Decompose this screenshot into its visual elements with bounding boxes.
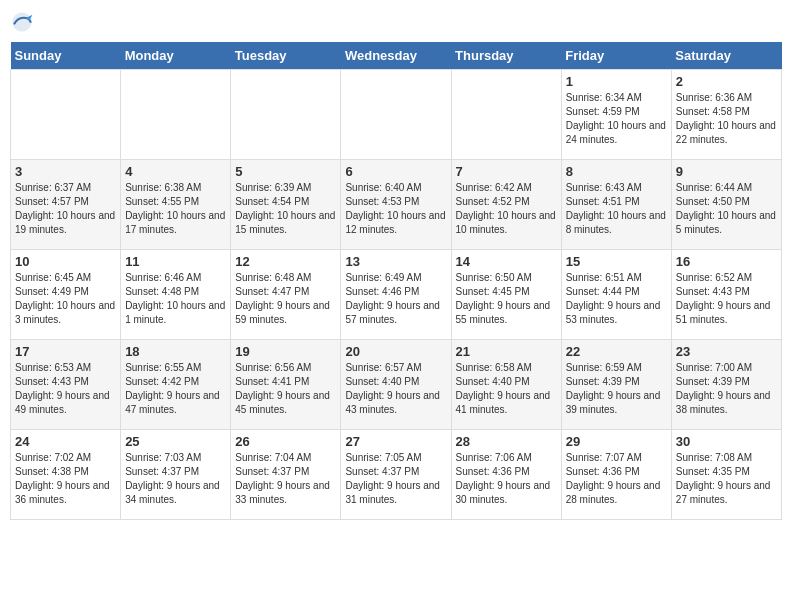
day-number: 2 [676, 74, 777, 89]
day-cell [451, 70, 561, 160]
day-header-saturday: Saturday [671, 42, 781, 70]
day-cell: 8Sunrise: 6:43 AM Sunset: 4:51 PM Daylig… [561, 160, 671, 250]
day-number: 21 [456, 344, 557, 359]
day-info: Sunrise: 6:50 AM Sunset: 4:45 PM Dayligh… [456, 271, 557, 327]
day-info: Sunrise: 6:52 AM Sunset: 4:43 PM Dayligh… [676, 271, 777, 327]
day-number: 26 [235, 434, 336, 449]
day-info: Sunrise: 6:34 AM Sunset: 4:59 PM Dayligh… [566, 91, 667, 147]
day-info: Sunrise: 6:56 AM Sunset: 4:41 PM Dayligh… [235, 361, 336, 417]
day-number: 7 [456, 164, 557, 179]
day-cell: 27Sunrise: 7:05 AM Sunset: 4:37 PM Dayli… [341, 430, 451, 520]
day-info: Sunrise: 7:08 AM Sunset: 4:35 PM Dayligh… [676, 451, 777, 507]
day-number: 4 [125, 164, 226, 179]
day-info: Sunrise: 6:45 AM Sunset: 4:49 PM Dayligh… [15, 271, 116, 327]
day-cell [121, 70, 231, 160]
week-row: 24Sunrise: 7:02 AM Sunset: 4:38 PM Dayli… [11, 430, 782, 520]
day-cell: 30Sunrise: 7:08 AM Sunset: 4:35 PM Dayli… [671, 430, 781, 520]
day-cell: 19Sunrise: 6:56 AM Sunset: 4:41 PM Dayli… [231, 340, 341, 430]
day-number: 14 [456, 254, 557, 269]
day-number: 28 [456, 434, 557, 449]
day-cell: 7Sunrise: 6:42 AM Sunset: 4:52 PM Daylig… [451, 160, 561, 250]
day-cell [231, 70, 341, 160]
day-cell: 21Sunrise: 6:58 AM Sunset: 4:40 PM Dayli… [451, 340, 561, 430]
day-info: Sunrise: 7:07 AM Sunset: 4:36 PM Dayligh… [566, 451, 667, 507]
day-cell: 29Sunrise: 7:07 AM Sunset: 4:36 PM Dayli… [561, 430, 671, 520]
day-number: 25 [125, 434, 226, 449]
day-number: 24 [15, 434, 116, 449]
day-number: 29 [566, 434, 667, 449]
day-cell: 16Sunrise: 6:52 AM Sunset: 4:43 PM Dayli… [671, 250, 781, 340]
header [10, 10, 782, 34]
day-number: 12 [235, 254, 336, 269]
day-number: 23 [676, 344, 777, 359]
day-info: Sunrise: 6:51 AM Sunset: 4:44 PM Dayligh… [566, 271, 667, 327]
logo [10, 10, 38, 34]
day-cell: 20Sunrise: 6:57 AM Sunset: 4:40 PM Dayli… [341, 340, 451, 430]
day-number: 20 [345, 344, 446, 359]
day-info: Sunrise: 6:53 AM Sunset: 4:43 PM Dayligh… [15, 361, 116, 417]
day-number: 1 [566, 74, 667, 89]
day-number: 3 [15, 164, 116, 179]
day-cell: 2Sunrise: 6:36 AM Sunset: 4:58 PM Daylig… [671, 70, 781, 160]
day-number: 13 [345, 254, 446, 269]
week-row: 1Sunrise: 6:34 AM Sunset: 4:59 PM Daylig… [11, 70, 782, 160]
day-number: 27 [345, 434, 446, 449]
day-cell: 23Sunrise: 7:00 AM Sunset: 4:39 PM Dayli… [671, 340, 781, 430]
day-number: 16 [676, 254, 777, 269]
day-info: Sunrise: 6:46 AM Sunset: 4:48 PM Dayligh… [125, 271, 226, 327]
day-info: Sunrise: 6:43 AM Sunset: 4:51 PM Dayligh… [566, 181, 667, 237]
day-info: Sunrise: 6:39 AM Sunset: 4:54 PM Dayligh… [235, 181, 336, 237]
day-info: Sunrise: 6:57 AM Sunset: 4:40 PM Dayligh… [345, 361, 446, 417]
week-row: 10Sunrise: 6:45 AM Sunset: 4:49 PM Dayli… [11, 250, 782, 340]
day-info: Sunrise: 7:04 AM Sunset: 4:37 PM Dayligh… [235, 451, 336, 507]
day-info: Sunrise: 7:02 AM Sunset: 4:38 PM Dayligh… [15, 451, 116, 507]
day-cell: 10Sunrise: 6:45 AM Sunset: 4:49 PM Dayli… [11, 250, 121, 340]
day-cell: 14Sunrise: 6:50 AM Sunset: 4:45 PM Dayli… [451, 250, 561, 340]
day-header-monday: Monday [121, 42, 231, 70]
day-info: Sunrise: 6:36 AM Sunset: 4:58 PM Dayligh… [676, 91, 777, 147]
day-info: Sunrise: 6:49 AM Sunset: 4:46 PM Dayligh… [345, 271, 446, 327]
day-header-sunday: Sunday [11, 42, 121, 70]
day-info: Sunrise: 6:48 AM Sunset: 4:47 PM Dayligh… [235, 271, 336, 327]
day-number: 11 [125, 254, 226, 269]
day-number: 15 [566, 254, 667, 269]
day-cell: 4Sunrise: 6:38 AM Sunset: 4:55 PM Daylig… [121, 160, 231, 250]
day-cell: 26Sunrise: 7:04 AM Sunset: 4:37 PM Dayli… [231, 430, 341, 520]
day-cell: 11Sunrise: 6:46 AM Sunset: 4:48 PM Dayli… [121, 250, 231, 340]
day-number: 22 [566, 344, 667, 359]
day-header-wednesday: Wednesday [341, 42, 451, 70]
week-row: 17Sunrise: 6:53 AM Sunset: 4:43 PM Dayli… [11, 340, 782, 430]
day-info: Sunrise: 6:44 AM Sunset: 4:50 PM Dayligh… [676, 181, 777, 237]
day-cell: 13Sunrise: 6:49 AM Sunset: 4:46 PM Dayli… [341, 250, 451, 340]
day-cell: 15Sunrise: 6:51 AM Sunset: 4:44 PM Dayli… [561, 250, 671, 340]
day-info: Sunrise: 7:06 AM Sunset: 4:36 PM Dayligh… [456, 451, 557, 507]
day-number: 5 [235, 164, 336, 179]
day-info: Sunrise: 6:55 AM Sunset: 4:42 PM Dayligh… [125, 361, 226, 417]
day-cell: 9Sunrise: 6:44 AM Sunset: 4:50 PM Daylig… [671, 160, 781, 250]
day-info: Sunrise: 7:03 AM Sunset: 4:37 PM Dayligh… [125, 451, 226, 507]
day-cell [11, 70, 121, 160]
day-cell: 28Sunrise: 7:06 AM Sunset: 4:36 PM Dayli… [451, 430, 561, 520]
day-number: 30 [676, 434, 777, 449]
day-number: 18 [125, 344, 226, 359]
day-cell: 6Sunrise: 6:40 AM Sunset: 4:53 PM Daylig… [341, 160, 451, 250]
day-info: Sunrise: 6:37 AM Sunset: 4:57 PM Dayligh… [15, 181, 116, 237]
day-cell: 5Sunrise: 6:39 AM Sunset: 4:54 PM Daylig… [231, 160, 341, 250]
day-header-friday: Friday [561, 42, 671, 70]
day-info: Sunrise: 7:00 AM Sunset: 4:39 PM Dayligh… [676, 361, 777, 417]
day-number: 8 [566, 164, 667, 179]
day-cell: 18Sunrise: 6:55 AM Sunset: 4:42 PM Dayli… [121, 340, 231, 430]
day-header-tuesday: Tuesday [231, 42, 341, 70]
day-header-thursday: Thursday [451, 42, 561, 70]
day-cell: 17Sunrise: 6:53 AM Sunset: 4:43 PM Dayli… [11, 340, 121, 430]
day-cell [341, 70, 451, 160]
day-number: 10 [15, 254, 116, 269]
calendar-table: SundayMondayTuesdayWednesdayThursdayFrid… [10, 42, 782, 520]
day-cell: 22Sunrise: 6:59 AM Sunset: 4:39 PM Dayli… [561, 340, 671, 430]
day-info: Sunrise: 6:42 AM Sunset: 4:52 PM Dayligh… [456, 181, 557, 237]
header-row: SundayMondayTuesdayWednesdayThursdayFrid… [11, 42, 782, 70]
day-info: Sunrise: 6:38 AM Sunset: 4:55 PM Dayligh… [125, 181, 226, 237]
day-number: 6 [345, 164, 446, 179]
day-cell: 24Sunrise: 7:02 AM Sunset: 4:38 PM Dayli… [11, 430, 121, 520]
week-row: 3Sunrise: 6:37 AM Sunset: 4:57 PM Daylig… [11, 160, 782, 250]
